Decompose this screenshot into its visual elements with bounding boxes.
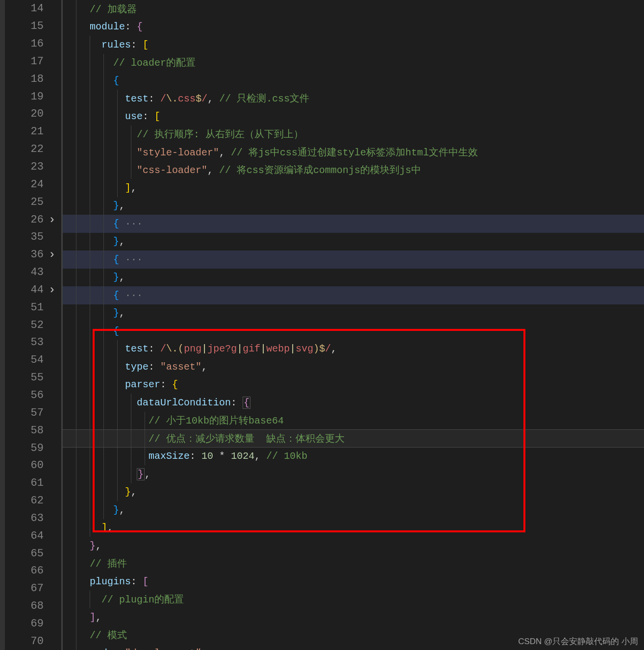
line-number: 53 — [14, 336, 44, 349]
line-number: 21 — [14, 125, 44, 138]
code-line[interactable]: plugins: [ — [62, 573, 644, 591]
code-line[interactable]: { — [62, 322, 644, 340]
code-line[interactable]: // loader的配置 — [62, 54, 644, 72]
indent-guide — [62, 179, 63, 197]
code-line[interactable]: type: "asset", — [62, 358, 644, 376]
indent-guide — [90, 286, 90, 304]
indent-guide — [76, 483, 76, 501]
code-content: // 小于10kb的图片转base64 — [62, 414, 284, 427]
code-line[interactable]: module: { — [62, 18, 644, 36]
gutter-row: 56 — [5, 387, 61, 404]
line-number: 36 — [14, 249, 44, 261]
indent-guide — [62, 90, 63, 108]
indent-guide — [145, 412, 145, 430]
gutter-row: 44› — [5, 281, 61, 299]
indent-guide — [117, 376, 118, 394]
line-number: 16 — [14, 38, 44, 50]
code-content: }, — [62, 540, 101, 551]
indent-guide — [90, 90, 90, 108]
code-line[interactable]: }, — [62, 269, 644, 287]
code-editor[interactable]: 14151617181920212223242526›3536›4344›515… — [0, 0, 644, 650]
indent-guide — [103, 143, 104, 161]
indent-guide — [103, 215, 104, 233]
indent-guide — [103, 72, 104, 90]
code-line[interactable]: }, — [62, 465, 644, 483]
gutter-row: 16 — [5, 35, 61, 53]
gutter-row: 58 — [5, 422, 61, 439]
code-line[interactable]: // 优点：减少请求数量 缺点：体积会更大 — [62, 429, 644, 448]
code-line[interactable]: }, — [62, 483, 644, 501]
code-line[interactable]: rules: [ — [62, 36, 644, 54]
code-line[interactable]: { ··· — [62, 250, 644, 269]
indent-guide — [62, 250, 63, 269]
code-line[interactable]: { — [62, 72, 644, 90]
indent-guide — [131, 125, 131, 144]
indent-guide — [62, 18, 63, 36]
code-line[interactable]: // 小于10kb的图片转base64 — [62, 412, 644, 430]
code-line[interactable]: }, — [62, 304, 644, 323]
code-content: type: "asset", — [62, 361, 207, 373]
code-line[interactable]: { ··· — [62, 215, 644, 233]
code-line[interactable]: }, — [62, 501, 644, 519]
code-content: dataUrlCondition: { — [62, 397, 250, 408]
line-number: 64 — [14, 530, 44, 542]
indent-guide — [131, 143, 131, 161]
indent-guide — [90, 107, 90, 125]
line-number: 63 — [14, 512, 44, 525]
code-line[interactable]: "css-loader", // 将css资源编译成commonjs的模块到js… — [62, 161, 644, 179]
code-content: test: /\.css$/, // 只检测.css文件 — [62, 92, 309, 105]
code-line[interactable]: ], — [62, 179, 644, 197]
indent-guide — [76, 340, 76, 358]
indent-guide — [90, 161, 90, 179]
indent-guide — [62, 304, 63, 323]
gutter-row: 36› — [5, 246, 61, 264]
gutter-row: 62 — [5, 492, 61, 510]
indent-guide — [117, 358, 118, 376]
code-line[interactable]: ], — [62, 608, 644, 626]
code-line[interactable]: // plugin的配置 — [62, 591, 644, 609]
code-line[interactable]: maxSize: 10 * 1024, // 10kb — [62, 448, 644, 466]
indent-guide — [103, 412, 104, 430]
gutter-row: 60 — [5, 457, 61, 475]
code-line[interactable]: use: [ — [62, 107, 644, 125]
indent-guide — [103, 483, 104, 501]
indent-guide — [103, 394, 104, 412]
code-line[interactable]: }, — [62, 197, 644, 215]
code-line[interactable]: test: /\.(png|jpe?g|gif|webp|svg)$/, — [62, 340, 644, 358]
chevron-right-icon[interactable]: › — [49, 283, 56, 297]
gutter-row: 54 — [5, 351, 61, 369]
code-line[interactable]: // 加载器 — [62, 0, 644, 18]
code-content: // 加载器 — [62, 2, 137, 16]
code-line[interactable]: ], — [62, 519, 644, 537]
indent-guide — [76, 626, 76, 645]
code-content: { — [62, 75, 119, 86]
indent-guide — [90, 304, 90, 323]
indent-guide — [117, 143, 118, 161]
indent-guide — [76, 644, 76, 650]
gutter-row: 24 — [5, 175, 61, 193]
code-line[interactable]: }, — [62, 233, 644, 251]
code-line[interactable]: "style-loader", // 将js中css通过创建style标签添加h… — [62, 143, 644, 161]
code-line[interactable]: test: /\.css$/, // 只检测.css文件 — [62, 90, 644, 108]
code-area[interactable]: // 加载器 module: { rules: [ // loader的配置 {… — [61, 0, 644, 650]
gutter-row: 63 — [5, 509, 61, 527]
line-number: 70 — [14, 635, 44, 648]
indent-guide — [62, 394, 63, 412]
indent-guide — [62, 322, 63, 340]
code-content: { ··· — [62, 290, 143, 301]
code-line[interactable]: }, — [62, 537, 644, 555]
code-line[interactable]: dataUrlCondition: { — [62, 394, 644, 412]
code-content: { ··· — [62, 218, 143, 229]
code-line[interactable]: // 执行顺序: 从右到左（从下到上） — [62, 125, 644, 144]
code-line[interactable]: // 插件 — [62, 555, 644, 573]
code-line[interactable]: { ··· — [62, 286, 644, 304]
code-content: }, — [62, 469, 150, 480]
indent-guide — [62, 197, 63, 215]
line-number: 20 — [14, 108, 44, 120]
indent-guide — [76, 376, 76, 394]
code-line[interactable]: parser: { — [62, 376, 644, 394]
indent-guide — [76, 465, 76, 483]
line-number: 57 — [14, 407, 44, 419]
chevron-right-icon[interactable]: › — [49, 213, 56, 226]
chevron-right-icon[interactable]: › — [49, 248, 56, 261]
